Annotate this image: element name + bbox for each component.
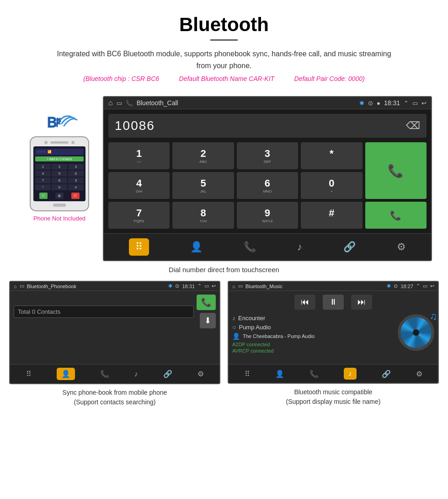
digit-6: 6 (239, 177, 296, 189)
music-top-right: ✱ ⊙ 18:27 ⌃ ▭ ↩ (387, 283, 434, 289)
contacts-bottom-btn[interactable]: 👤 (190, 241, 203, 253)
phonebook-action-buttons: 📞 ⬇ (197, 295, 216, 328)
pb-back-icon: ↩ (212, 283, 216, 289)
backspace-icon[interactable]: ⌫ (406, 120, 420, 132)
phonebook-caption-line2: (Support contacts searching) (74, 398, 156, 406)
digit-3: 3 (239, 148, 296, 160)
play-pause-btn[interactable]: ⏸ (323, 295, 344, 310)
digit-star: * (303, 148, 360, 160)
car-top-right-main: ✱ ⊙ ● 18:31 ⌃ ▭ ↩ (359, 99, 427, 107)
phonebook-app-name: Bluetooth_Phonebook (27, 284, 76, 289)
ms-dialpad-btn[interactable]: ⠿ (245, 370, 250, 378)
dial-key-3[interactable]: 3 DEF (237, 142, 298, 169)
call-button-2[interactable]: 📞 (365, 202, 427, 229)
pb-signal: ⊙ (175, 283, 179, 289)
artist-name: The Cheebacabra - Pump Audio (243, 333, 315, 339)
pb-time: 18:31 (182, 284, 195, 289)
music-card: ⌂ ▭ Bluetooth_Music ✱ ⊙ 18:27 ⌃ ▭ ↩ ⏮ ⏸ (228, 281, 439, 407)
music-top-bar: ⌂ ▭ Bluetooth_Music ✱ ⊙ 18:27 ⌃ ▭ ↩ (229, 282, 438, 291)
screen-icon-flag: ▭ (117, 100, 122, 107)
digit-0: 0 (303, 177, 360, 189)
pb-music-btn[interactable]: ♪ (134, 370, 138, 378)
dial-key-2[interactable]: 2 ABC (172, 142, 234, 169)
pb-dialpad-btn[interactable]: ⠿ (26, 370, 32, 378)
dial-number: 10086 (115, 118, 155, 133)
ms-calls-btn[interactable]: 📞 (309, 370, 319, 378)
pb-contacts-btn[interactable]: 👤 (57, 368, 75, 380)
music-controls: ⏮ ⏸ ⏭ (232, 295, 434, 310)
dialpad-bottom-btn[interactable]: ⠿ (129, 238, 149, 256)
phonebook-call-btn[interactable]: 📞 (197, 295, 216, 310)
digit-hash: # (303, 207, 360, 219)
call-icon-2: 📞 (390, 210, 401, 221)
dial-key-5[interactable]: 5 JKL (172, 172, 234, 199)
sub-0: + (303, 189, 360, 193)
music-content: ⏮ ⏸ ⏭ ♪ Encounter ○ Pump Audio (229, 291, 438, 364)
phone-camera-2 (71, 141, 75, 144)
signal-waves-icon (55, 110, 78, 133)
link-bottom-btn[interactable]: 🔗 (343, 241, 356, 253)
digit-4: 4 (110, 177, 168, 189)
dialpad-icon: ⠿ (135, 241, 143, 253)
phone-speaker (50, 141, 69, 144)
ms-signal: ⊙ (394, 283, 398, 289)
ms-time: 18:27 (400, 284, 413, 289)
pb-rect-icon: ▭ (204, 283, 209, 289)
sub-4: GHI (110, 189, 168, 193)
music-app-name: Bluetooth_Music (245, 284, 283, 289)
music-screen: ⌂ ▭ Bluetooth_Music ✱ ⊙ 18:27 ⌃ ▭ ↩ ⏮ ⏸ (228, 281, 439, 384)
calls-bottom-btn[interactable]: 📞 (244, 241, 256, 253)
prev-btn[interactable]: ⏮ (294, 295, 315, 310)
phone-key-4: 4 (35, 171, 51, 177)
spec-chip-1: (Bluetooth chip : CSR BC6 (83, 75, 159, 82)
dialpad-grid: 1 ○○ 2 ABC 3 DEF * 📞 4 GHI (104, 142, 431, 233)
car-top-left-main: ⌂ ▭ 📞 Bluetooth_Call (108, 99, 178, 107)
settings-bottom-btn[interactable]: ⚙ (397, 241, 406, 253)
dial-key-7[interactable]: 7 PQRS (108, 202, 170, 229)
music-notes-icon: ♫ (430, 311, 437, 322)
ms-music-btn[interactable]: ♪ (344, 368, 357, 380)
pb-link-btn[interactable]: 🔗 (163, 370, 172, 378)
ms-bt-icon: ✱ (387, 283, 391, 289)
dial-key-star[interactable]: * (301, 142, 362, 169)
phone-screen: ○ ○ ○ 📶 + Add to Contacts 1 2 3 4 5 6 7 … (33, 146, 85, 201)
dial-key-0[interactable]: 0 + (301, 172, 362, 199)
digit-2: 2 (174, 148, 232, 160)
next-btn[interactable]: ⏭ (351, 295, 372, 310)
dial-key-9[interactable]: 9 WXYZ (237, 202, 298, 229)
dial-key-8[interactable]: 8 TUV (172, 202, 234, 229)
ms-contacts-btn[interactable]: 👤 (275, 370, 284, 378)
call-button[interactable]: 📞 (365, 142, 427, 199)
dial-key-6[interactable]: 6 MNO (237, 172, 298, 199)
music-bottom-btn[interactable]: ♪ (297, 241, 302, 253)
phonebook-search-row: Total 0 Contacts 📞 ⬇ (14, 295, 216, 328)
phonebook-search-box[interactable]: Total 0 Contacts (14, 306, 194, 318)
spec-chip-2: Default Bluetooth Name CAR-KIT (179, 75, 275, 82)
link-icon: 🔗 (343, 241, 356, 253)
digit-7: 7 (110, 207, 168, 219)
sub-7: PQRS (110, 219, 168, 223)
phone-key-3: 3 (68, 164, 84, 170)
pb-gear-btn[interactable]: ⚙ (197, 370, 204, 378)
phone-key-1: 1 (35, 164, 51, 170)
back-icon: ↩ (421, 100, 427, 107)
dial-key-4[interactable]: 4 GHI (108, 172, 170, 199)
music-note-icon: ♪ (232, 314, 235, 322)
ms-link-btn[interactable]: 🔗 (382, 370, 391, 378)
phonebook-screen: ⌂ ▭ Bluetooth_Phonebook ✱ ⊙ 18:31 ⌃ ▭ ↩ … (9, 281, 220, 384)
digit-8: 8 (174, 207, 232, 219)
ms-expand-icon: ⌃ (416, 283, 420, 289)
page-title: Bluetooth (27, 14, 421, 36)
dial-key-1[interactable]: 1 ○○ (108, 142, 170, 169)
phone-keypad: 1 2 3 4 5 6 7 8 9 * 0 # (35, 164, 84, 190)
phone-screen-header: ○ ○ ○ 📶 (35, 149, 84, 155)
dial-key-hash[interactable]: # (301, 202, 362, 229)
phonebook-download-btn[interactable]: ⬇ (200, 313, 216, 328)
music-top-left: ⌂ ▭ Bluetooth_Music (232, 283, 283, 289)
dialpad-display: 10086 ⌫ (108, 114, 427, 138)
digit-5: 5 (174, 177, 232, 189)
pb-calls-btn[interactable]: 📞 (100, 370, 109, 378)
ms-gear-btn[interactable]: ⚙ (416, 370, 422, 378)
sub-9: WXYZ (239, 219, 296, 223)
gear-icon: ⚙ (397, 241, 406, 253)
